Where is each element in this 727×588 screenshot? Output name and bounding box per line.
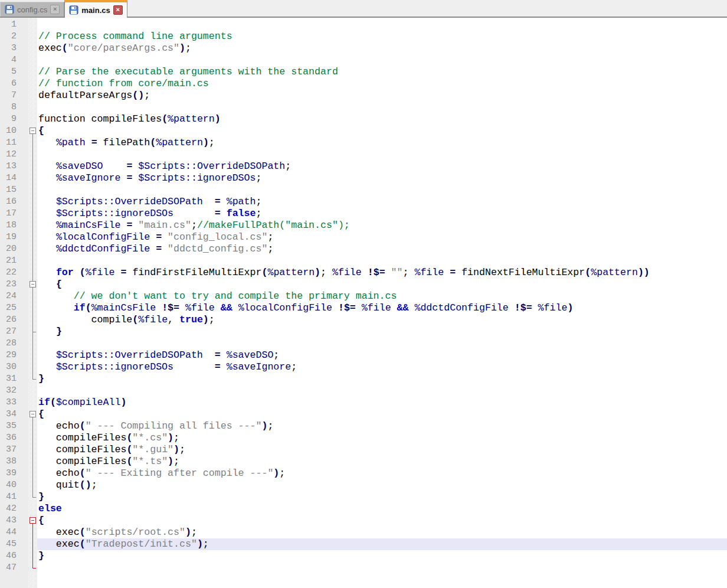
code-line[interactable]: if(%mainCsFile !$= %file && %localConfig… — [37, 302, 727, 314]
line-number[interactable]: 22 — [0, 267, 28, 279]
code-line[interactable]: { — [37, 279, 727, 290]
code-line[interactable]: } — [37, 373, 727, 385]
line-number[interactable]: 30 — [0, 361, 28, 373]
code-line[interactable]: } — [37, 326, 727, 338]
line-number[interactable]: 33 — [0, 397, 28, 409]
code-line[interactable] — [37, 19, 727, 31]
code-line[interactable]: function compileFiles(%pattern) — [37, 113, 727, 125]
line-number[interactable]: 31 — [0, 373, 28, 385]
line-number[interactable]: 11 — [0, 137, 28, 149]
line-number[interactable]: 42 — [0, 503, 28, 515]
line-number[interactable]: 9 — [0, 113, 28, 125]
line-number[interactable]: 15 — [0, 184, 28, 196]
code-line[interactable] — [37, 562, 727, 574]
line-number[interactable]: 44 — [0, 527, 28, 538]
line-number[interactable]: 8 — [0, 102, 28, 113]
line-number[interactable]: 20 — [0, 243, 28, 255]
line-number[interactable]: 38 — [0, 456, 28, 468]
code-line[interactable]: { — [37, 125, 727, 137]
code-line[interactable]: if($compileAll) — [37, 397, 727, 409]
line-number[interactable]: 36 — [0, 432, 28, 444]
fold-collapse-box[interactable] — [30, 128, 36, 134]
code-line[interactable]: echo(" --- Exiting after compile ---"); — [37, 468, 727, 479]
code-line[interactable]: // function from core/main.cs — [37, 78, 727, 90]
line-number[interactable]: 45 — [0, 538, 28, 550]
code-line[interactable] — [37, 102, 727, 113]
close-icon[interactable]: × — [113, 5, 123, 15]
line-number[interactable]: 29 — [0, 349, 28, 361]
code-line[interactable]: %saveDSO = $Scripts::OverrideDSOPath; — [37, 161, 727, 172]
line-number[interactable]: 28 — [0, 338, 28, 349]
line-number[interactable]: 1 — [0, 19, 28, 31]
code-line[interactable]: %localConfigFile = "config_local.cs"; — [37, 231, 727, 243]
code-line[interactable]: defaultParseArgs(); — [37, 90, 727, 102]
line-number[interactable]: 10 — [0, 125, 28, 137]
code-line[interactable]: %path = filePath(%pattern); — [37, 137, 727, 149]
line-number[interactable]: 35 — [0, 420, 28, 432]
line-number[interactable]: 34 — [0, 409, 28, 420]
code-line[interactable] — [37, 255, 727, 267]
code-line[interactable]: for (%file = findFirstFileMultiExpr(%pat… — [37, 267, 727, 279]
code-line[interactable]: $Scripts::ignoreDSOs = false; — [37, 208, 727, 220]
code-line[interactable]: compileFiles("*.cs"); — [37, 432, 727, 444]
code-line[interactable] — [37, 385, 727, 397]
line-number[interactable]: 12 — [0, 149, 28, 161]
code-line[interactable]: compileFiles("*.gui"); — [37, 444, 727, 456]
line-number[interactable]: 13 — [0, 161, 28, 172]
fold-collapse-box[interactable] — [30, 411, 36, 417]
code-line[interactable]: exec("scripts/root.cs"); — [37, 527, 727, 538]
line-number[interactable]: 23 — [0, 279, 28, 290]
code-line[interactable]: %mainCsFile = "main.cs";//makeFullPath("… — [37, 220, 727, 231]
code-line[interactable]: } — [37, 491, 727, 503]
code-line[interactable]: { — [37, 515, 727, 527]
line-number[interactable]: 19 — [0, 231, 28, 243]
line-number[interactable]: 7 — [0, 90, 28, 102]
line-number[interactable]: 46 — [0, 550, 28, 562]
line-number[interactable]: 32 — [0, 385, 28, 397]
line-number[interactable]: 47 — [0, 562, 28, 574]
code-line[interactable]: // we don't want to try and compile the … — [37, 290, 727, 302]
tab-config-cs[interactable]: config.cs × — [0, 2, 64, 17]
code-line[interactable] — [37, 54, 727, 66]
line-number[interactable]: 14 — [0, 172, 28, 184]
line-number[interactable]: 39 — [0, 468, 28, 479]
line-number[interactable]: 2 — [0, 31, 28, 43]
tab-main-cs[interactable]: main.cs × — [64, 0, 127, 18]
fold-collapse-box[interactable] — [30, 281, 36, 288]
code-line[interactable]: { — [37, 409, 727, 420]
code-line[interactable]: else — [37, 503, 727, 515]
code-line[interactable] — [37, 149, 727, 161]
code-line[interactable]: compile(%file, true); — [37, 314, 727, 326]
code-line[interactable]: exec("core/parseArgs.cs"); — [37, 43, 727, 54]
line-number[interactable]: 21 — [0, 255, 28, 267]
line-number[interactable]: 4 — [0, 54, 28, 66]
code-area[interactable]: // Process command line argumentsexec("c… — [37, 18, 727, 588]
fold-collapse-box[interactable] — [30, 517, 36, 524]
line-number[interactable]: 40 — [0, 479, 28, 491]
code-line[interactable] — [37, 338, 727, 349]
code-line[interactable]: $Scripts::OverrideDSOPath = %saveDSO; — [37, 349, 727, 361]
close-icon[interactable]: × — [50, 5, 60, 14]
line-number[interactable]: 41 — [0, 491, 28, 503]
code-line[interactable]: // Process command line arguments — [37, 31, 727, 43]
code-line[interactable]: quit(); — [37, 479, 727, 491]
code-line[interactable]: } — [37, 550, 727, 562]
line-number[interactable]: 18 — [0, 220, 28, 231]
line-number[interactable]: 16 — [0, 196, 28, 208]
line-number[interactable]: 25 — [0, 302, 28, 314]
code-line[interactable]: compileFiles("*.ts"); — [37, 456, 727, 468]
current-code-line[interactable]: exec("Tradepost/init.cs"); — [37, 538, 727, 550]
line-number[interactable]: 3 — [0, 43, 28, 54]
code-line[interactable]: %saveIgnore = $Scripts::ignoreDSOs; — [37, 172, 727, 184]
line-number[interactable]: 5 — [0, 66, 28, 78]
code-line[interactable]: $Scripts::OverrideDSOPath = %path; — [37, 196, 727, 208]
code-line[interactable]: echo(" --- Compiling all files ---"); — [37, 420, 727, 432]
code-line[interactable] — [37, 184, 727, 196]
line-number[interactable]: 37 — [0, 444, 28, 456]
line-number[interactable]: 43 — [0, 515, 28, 527]
line-number[interactable]: 6 — [0, 78, 28, 90]
code-line[interactable]: // Parse the executable arguments with t… — [37, 66, 727, 78]
line-number[interactable]: 17 — [0, 208, 28, 220]
line-number[interactable]: 27 — [0, 326, 28, 338]
code-line[interactable]: $Scripts::ignoreDSOs = %saveIgnore; — [37, 361, 727, 373]
